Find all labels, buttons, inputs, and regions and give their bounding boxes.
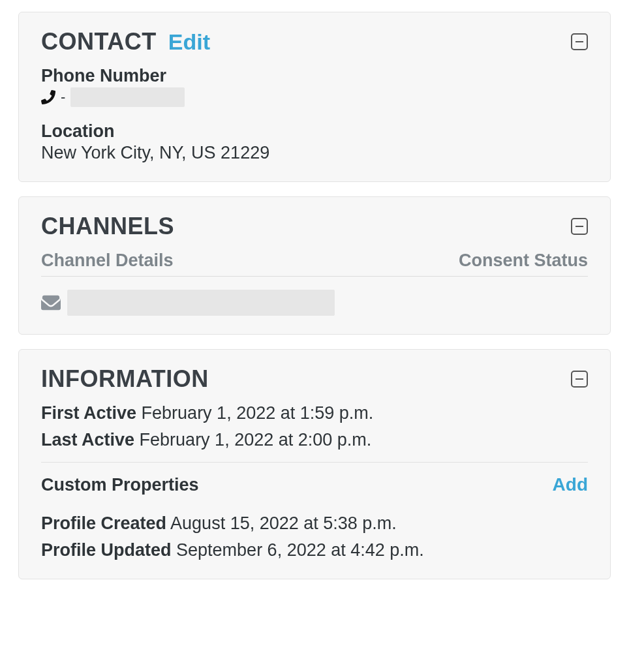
- information-card: INFORMATION First Active February 1, 202…: [18, 349, 611, 579]
- channel-value-redacted: [67, 290, 335, 316]
- channel-details-column: Channel Details: [41, 251, 174, 271]
- channels-columns: Channel Details Consent Status: [41, 251, 588, 277]
- last-active-value: February 1, 2022 at 2:00 p.m.: [140, 430, 372, 450]
- first-active-label: First Active: [41, 403, 136, 423]
- last-active-row: Last Active February 1, 2022 at 2:00 p.m…: [41, 430, 588, 450]
- minus-icon: [575, 378, 583, 380]
- channels-card-header: CHANNELS: [41, 213, 588, 240]
- collapse-channels-button[interactable]: [571, 218, 588, 235]
- first-active-row: First Active February 1, 2022 at 1:59 p.…: [41, 403, 588, 423]
- location-field: Location New York City, NY, US 21229: [41, 121, 588, 163]
- consent-status-column: Consent Status: [459, 251, 588, 271]
- minus-icon: [575, 226, 583, 227]
- phone-separator: -: [61, 89, 65, 106]
- phone-field: Phone Number -: [41, 66, 588, 107]
- info-divider: [41, 462, 588, 463]
- contact-title: CONTACT: [41, 28, 157, 55]
- add-custom-property-link[interactable]: Add: [553, 474, 588, 495]
- collapse-contact-button[interactable]: [571, 33, 588, 50]
- profile-updated-row: Profile Updated September 6, 2022 at 4:4…: [41, 540, 588, 560]
- profile-updated-value: September 6, 2022 at 4:42 p.m.: [176, 540, 424, 560]
- profile-updated-label: Profile Updated: [41, 540, 172, 560]
- custom-properties-row: Custom Properties Add: [41, 474, 588, 495]
- profile-created-label: Profile Created: [41, 513, 166, 533]
- mail-icon: [41, 293, 61, 313]
- edit-contact-link[interactable]: Edit: [168, 29, 210, 55]
- location-value: New York City, NY, US 21229: [41, 143, 588, 163]
- first-active-value: February 1, 2022 at 1:59 p.m.: [142, 403, 374, 423]
- phone-value-redacted: [70, 87, 185, 107]
- location-label: Location: [41, 121, 588, 142]
- information-card-header: INFORMATION: [41, 365, 588, 393]
- contact-title-row: CONTACT Edit: [41, 28, 210, 55]
- last-active-label: Last Active: [41, 430, 134, 450]
- channels-card: CHANNELS Channel Details Consent Status: [18, 196, 611, 335]
- custom-properties-label: Custom Properties: [41, 475, 199, 495]
- channels-title: CHANNELS: [41, 213, 174, 240]
- phone-icon: [41, 90, 55, 104]
- contact-card: CONTACT Edit Phone Number - Location New…: [18, 12, 611, 182]
- channel-row: [41, 290, 588, 316]
- profile-created-row: Profile Created August 15, 2022 at 5:38 …: [41, 513, 588, 534]
- contact-card-header: CONTACT Edit: [41, 28, 588, 55]
- phone-label: Phone Number: [41, 66, 588, 86]
- phone-value-row: -: [41, 87, 588, 107]
- information-title: INFORMATION: [41, 365, 209, 393]
- collapse-information-button[interactable]: [571, 371, 588, 388]
- profile-created-value: August 15, 2022 at 5:38 p.m.: [170, 513, 397, 533]
- minus-icon: [575, 41, 583, 42]
